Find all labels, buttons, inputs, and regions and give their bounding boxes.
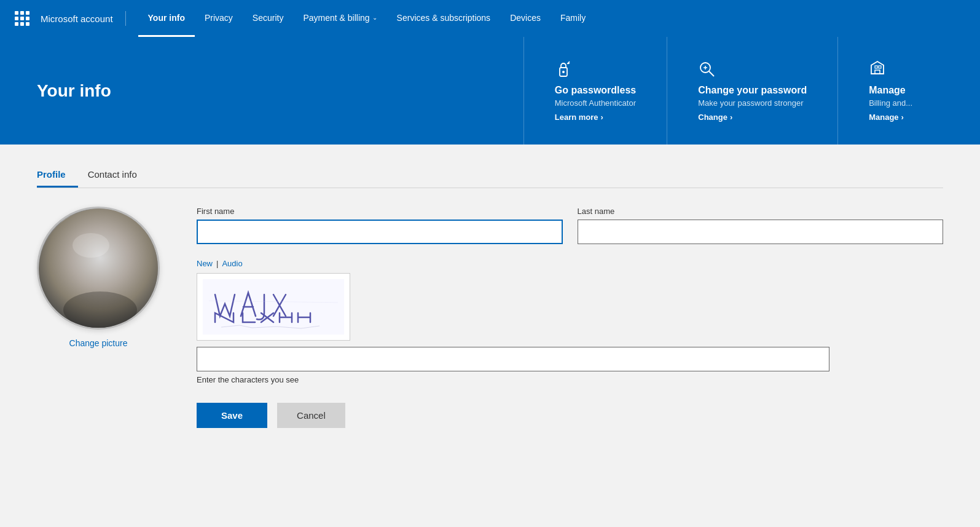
captcha-new-link[interactable]: New [197, 259, 213, 268]
svg-rect-6 [875, 70, 880, 74]
captcha-header: New | Audio [197, 259, 943, 268]
main-content: Profile Contact info [0, 145, 980, 527]
manage-link[interactable]: Manage › [869, 113, 912, 122]
manage-title: Manage [869, 85, 912, 96]
hero-section: Your info Go passwordless Microsoft Auth… [0, 37, 980, 145]
apps-icon[interactable] [15, 11, 29, 26]
nav-links: Your info Privacy Security Payment & bil… [138, 0, 596, 37]
nav-link-security[interactable]: Security [243, 0, 294, 37]
svg-line-3 [709, 71, 714, 76]
save-button[interactable]: Save [197, 403, 267, 428]
cancel-button[interactable]: Cancel [277, 403, 345, 428]
nav-link-privacy[interactable]: Privacy [195, 0, 243, 37]
nav-brand[interactable]: Microsoft account [41, 14, 113, 24]
nav-divider [125, 11, 126, 26]
change-picture-link[interactable]: Change picture [69, 338, 128, 348]
passwordless-subtitle: Microsoft Authenticator [555, 98, 637, 108]
navigation: Microsoft account Your info Privacy Secu… [0, 0, 980, 37]
name-row: First name Last name [197, 207, 943, 244]
profile-content: Change picture First name Last name New … [37, 207, 943, 428]
svg-point-11 [63, 291, 137, 328]
hero-title: Your info [37, 81, 233, 101]
change-password-title: Change your password [698, 85, 807, 96]
captcha-sep: | [216, 259, 218, 268]
avatar [37, 207, 160, 330]
passwordless-title: Go passwordless [555, 85, 637, 96]
chevron-down-icon: ⌄ [372, 14, 377, 21]
last-name-label: Last name [578, 207, 944, 216]
change-password-subtitle: Make your password stronger [698, 98, 807, 108]
hero-card-manage: Manage Billing and... Manage › [837, 37, 943, 145]
svg-point-10 [73, 233, 109, 258]
captcha-audio-link[interactable]: Audio [222, 259, 242, 268]
nav-link-services-subscriptions[interactable]: Services & subscriptions [387, 0, 501, 37]
hero-cards: Go passwordless Microsoft Authenticator … [523, 37, 943, 145]
captcha-hint: Enter the characters you see [197, 375, 943, 384]
first-name-group: First name [197, 207, 563, 244]
tab-profile[interactable]: Profile [37, 163, 78, 188]
form-section: First name Last name New | Audio [197, 207, 943, 428]
passwordless-icon [555, 60, 637, 80]
nav-link-family[interactable]: Family [551, 0, 595, 37]
arrow-right-icon: › [601, 113, 603, 122]
nav-link-your-info[interactable]: Your info [138, 0, 195, 37]
change-password-icon [698, 60, 807, 80]
hero-card-passwordless: Go passwordless Microsoft Authenticator … [523, 37, 667, 145]
tabs: Profile Contact info [37, 163, 943, 188]
button-row: Save Cancel [197, 403, 943, 428]
nav-link-devices[interactable]: Devices [500, 0, 551, 37]
svg-rect-7 [875, 66, 877, 68]
manage-subtitle: Billing and... [869, 98, 912, 108]
svg-point-1 [562, 71, 565, 73]
captcha-input[interactable] [197, 347, 829, 371]
first-name-input[interactable] [197, 220, 563, 244]
last-name-group: Last name [578, 207, 944, 244]
nav-link-payment-billing[interactable]: Payment & billing ⌄ [293, 0, 386, 37]
passwordless-learn-more-link[interactable]: Learn more › [555, 113, 637, 122]
captcha-svg [203, 279, 344, 335]
tab-contact-info[interactable]: Contact info [88, 163, 149, 188]
manage-icon [869, 60, 912, 80]
arrow-right-icon: › [730, 113, 732, 122]
captcha-image [197, 273, 350, 341]
captcha-section: New | Audio [197, 259, 943, 384]
hero-card-change-password: Change your password Make your password … [667, 37, 837, 145]
arrow-right-icon: › [901, 113, 904, 122]
last-name-input[interactable] [578, 220, 944, 244]
change-password-link[interactable]: Change › [698, 113, 807, 122]
svg-rect-8 [879, 66, 881, 68]
first-name-label: First name [197, 207, 563, 216]
avatar-section: Change picture [37, 207, 160, 348]
